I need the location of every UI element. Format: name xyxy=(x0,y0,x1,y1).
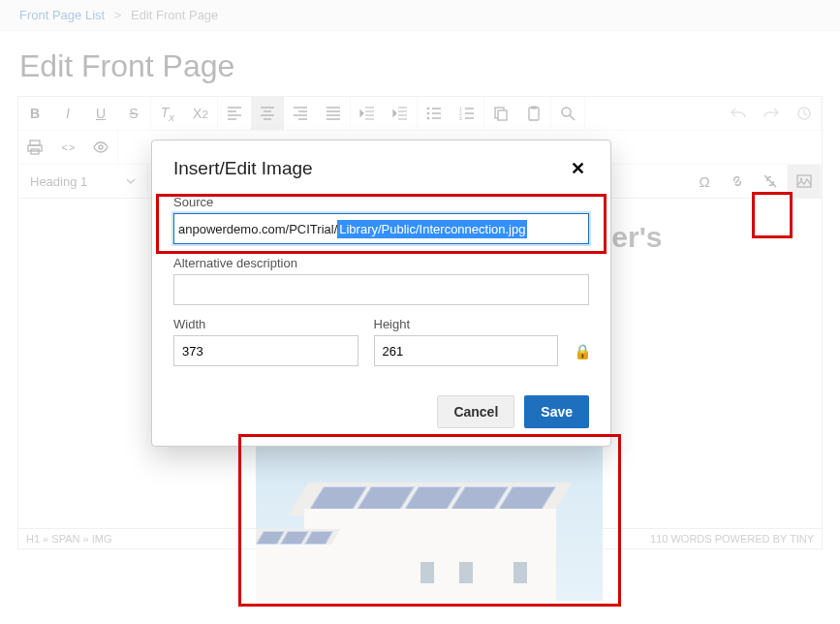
save-button[interactable]: Save xyxy=(524,395,589,428)
insert-image-dialog: Insert/Edit Image ✕ Source anpowerdemo.c… xyxy=(151,140,611,447)
height-input[interactable] xyxy=(374,335,559,366)
alt-label: Alternative description xyxy=(173,256,589,270)
lock-aspect-icon[interactable]: 🔒 xyxy=(574,343,589,366)
height-label: Height xyxy=(374,317,559,331)
alt-input[interactable] xyxy=(173,274,589,305)
dialog-title: Insert/Edit Image xyxy=(173,158,313,179)
width-label: Width xyxy=(173,317,358,331)
source-input[interactable]: anpowerdemo.com/PCITrial/Library/Public/… xyxy=(173,213,589,244)
source-label: Source xyxy=(173,195,589,209)
width-input[interactable] xyxy=(173,335,358,366)
source-selection: Library/Public/Interconnection.jpg xyxy=(337,220,527,238)
cancel-button[interactable]: Cancel xyxy=(437,395,514,428)
close-icon[interactable]: ✕ xyxy=(566,158,589,179)
